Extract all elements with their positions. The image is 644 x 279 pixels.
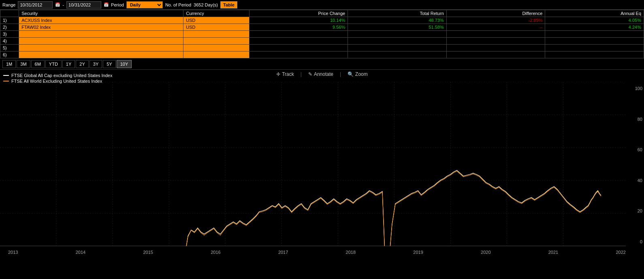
chart-legend: FTSE Global All Cap excluding United Sta… — [3, 73, 112, 84]
table-annual-0: 4.05% — [545, 17, 644, 24]
no-period-value: 3652 Day(s) — [194, 2, 218, 7]
x-label-2015: 2015 — [143, 250, 153, 255]
annotate-control[interactable]: ✎ Annotate — [308, 71, 333, 77]
col-total-return: Total Return — [348, 10, 447, 17]
table-price-4 — [249, 45, 348, 52]
annotate-icon: ✎ — [308, 71, 312, 77]
table-diff-2 — [446, 31, 545, 38]
period-3m[interactable]: 3M — [17, 60, 30, 68]
table-idx-1: 2) — [0, 24, 19, 31]
period-3y[interactable]: 3Y — [90, 60, 102, 68]
table-idx-3: 4) — [0, 38, 19, 45]
period-ytd[interactable]: YTD — [45, 60, 62, 68]
table-total-0: 48.73% — [348, 17, 447, 24]
x-label-2019: 2019 — [413, 250, 423, 255]
table-currency-2 — [183, 31, 249, 38]
table-diff-5 — [446, 52, 545, 58]
table-idx-2: 3) — [0, 31, 19, 38]
table-security-1[interactable]: FTAW02 Index — [19, 24, 183, 31]
period-label: Period — [111, 2, 124, 7]
cal-start-icon[interactable]: 📅 — [55, 2, 60, 7]
table-annual-1: 4.24% — [545, 24, 644, 31]
table-currency-4 — [183, 45, 249, 52]
track-control[interactable]: ✛ Track — [276, 71, 294, 77]
table-total-1: 51.58% — [348, 24, 447, 31]
period-1y[interactable]: 1Y — [62, 60, 75, 68]
table-security-0[interactable]: ACXUSS Index — [19, 17, 183, 24]
y-axis: 100 80 60 40 20 0 — [628, 86, 644, 244]
top-bar: Range 📅 - 📅 Period Daily Weekly Monthly … — [0, 0, 644, 10]
table-currency-1: USD — [183, 24, 249, 31]
col-annual-eq: Annual Eq — [545, 10, 644, 17]
table-idx-5: 6) — [0, 52, 19, 58]
y-label-60: 60 — [638, 147, 642, 152]
col-price-change: Price Change — [249, 10, 348, 17]
zoom-control[interactable]: 🔍 Zoom — [348, 71, 368, 77]
table-button[interactable]: Table — [220, 1, 237, 9]
table-total-2 — [348, 31, 447, 38]
table-security-5 — [19, 52, 183, 58]
y-label-40: 40 — [638, 178, 642, 183]
col-difference: Difference — [446, 10, 545, 17]
table-diff-3 — [446, 38, 545, 45]
y-label-100: 100 — [635, 86, 642, 91]
chart-svg — [0, 82, 626, 246]
zoom-icon: 🔍 — [348, 71, 354, 77]
y-label-0: 0 — [640, 239, 642, 244]
white-series — [0, 170, 601, 246]
table-diff-0: -2.85% — [446, 17, 545, 24]
range-start-input[interactable] — [18, 1, 53, 9]
period-select[interactable]: Daily Weekly Monthly — [126, 1, 163, 9]
ctrl-divider-2: | — [340, 71, 341, 77]
period-1m[interactable]: 1M — [2, 60, 16, 68]
period-2y[interactable]: 2Y — [76, 60, 88, 68]
table-diff-1: -- — [446, 24, 545, 31]
period-10y[interactable]: 10Y — [117, 60, 132, 68]
table-price-2 — [249, 31, 348, 38]
table-total-3 — [348, 38, 447, 45]
table-security-3 — [19, 38, 183, 45]
zoom-label: Zoom — [355, 71, 368, 77]
securities-table: Security Currency Price Change Total Ret… — [0, 10, 644, 58]
track-label: Track — [282, 71, 294, 77]
legend-item-1: FTSE Global All Cap excluding United Sta… — [3, 73, 112, 78]
table-price-1: 9.56% — [249, 24, 348, 31]
x-axis: 2013 2014 2015 2016 2017 2018 2019 2020 … — [8, 250, 626, 255]
track-icon: ✛ — [276, 71, 280, 77]
x-label-2018: 2018 — [346, 250, 356, 255]
table-price-3 — [249, 38, 348, 45]
x-label-2013: 2013 — [8, 250, 18, 255]
table-idx-0: 1) — [0, 17, 19, 24]
table-security-2 — [19, 31, 183, 38]
range-end-input[interactable] — [66, 1, 101, 9]
cal-end-icon[interactable]: 📅 — [104, 2, 109, 7]
table-price-0: 10.14% — [249, 17, 348, 24]
range-dash: - — [62, 2, 64, 7]
y-label-20: 20 — [638, 208, 642, 213]
table-annual-4 — [545, 45, 644, 52]
x-label-2020: 2020 — [481, 250, 490, 255]
x-label-2022: 2022 — [616, 250, 625, 255]
table-annual-5 — [545, 52, 644, 58]
orange-series — [0, 171, 601, 246]
chart-area: FTSE Global All Cap excluding United Sta… — [0, 70, 644, 256]
range-label: Range — [2, 2, 15, 7]
period-6m[interactable]: 6M — [31, 60, 45, 68]
col-currency: Currency — [183, 10, 249, 17]
table-security-4 — [19, 45, 183, 52]
annotate-label: Annotate — [314, 71, 333, 77]
x-label-2021: 2021 — [548, 250, 558, 255]
data-table-section: Security Currency Price Change Total Ret… — [0, 10, 644, 58]
no-period-label: No. of Period — [165, 2, 191, 7]
table-currency-3 — [183, 38, 249, 45]
legend-item-2: FTSE All World Excluding United States I… — [3, 79, 112, 84]
table-currency-5 — [183, 52, 249, 58]
period-5y[interactable]: 5Y — [103, 60, 115, 68]
table-total-4 — [348, 45, 447, 52]
x-label-2017: 2017 — [278, 250, 288, 255]
col-security: Security — [19, 10, 183, 17]
legend-label-1: FTSE Global All Cap excluding United Sta… — [11, 73, 112, 78]
table-price-5 — [249, 52, 348, 58]
col-idx — [0, 10, 19, 17]
table-diff-4 — [446, 45, 545, 52]
